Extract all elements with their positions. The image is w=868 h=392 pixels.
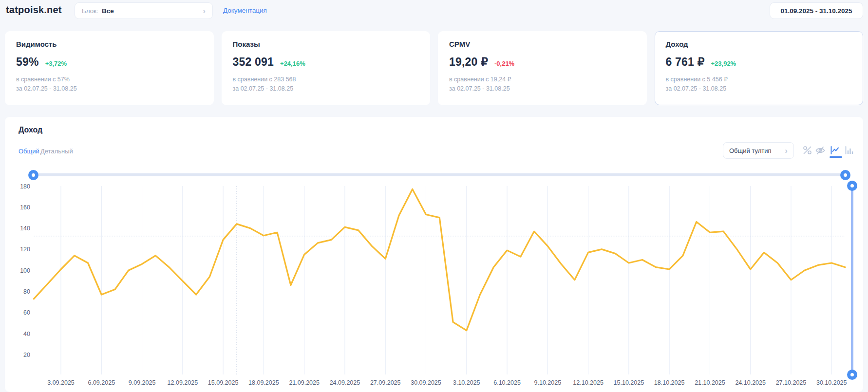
block-selector-label: Блок:: [82, 7, 98, 15]
stat-card-revenue[interactable]: Доход 6 761 ₽ +23,92% в сравнении с 5 45…: [655, 31, 864, 105]
card-title: Доход: [666, 40, 852, 48]
card-delta-badge: +3,72%: [45, 60, 67, 67]
percent-icon[interactable]: [803, 146, 812, 157]
y-range-slider-handle-top[interactable]: [847, 181, 857, 191]
block-selector[interactable]: Блок: Все ›: [75, 2, 213, 19]
card-compare-text: в сравнении с 5 456 ₽: [666, 75, 852, 84]
card-title: Показы: [233, 40, 419, 48]
card-period-text: за 02.07.25 - 31.08.25: [449, 84, 636, 93]
x-range-slider-track[interactable]: [33, 173, 845, 176]
chevron-right-icon: ›: [203, 7, 206, 15]
stat-cards-row: Видимость 59% +3,72% в сравнении с 57% з…: [5, 31, 863, 105]
eye-off-icon[interactable]: [815, 146, 825, 157]
y-range-slider-track[interactable]: [851, 186, 853, 374]
chart-title: Доход: [19, 126, 42, 134]
card-value: 6 761 ₽: [666, 56, 705, 69]
date-range-value: 01.09.2025 - 31.10.2025: [780, 7, 852, 15]
card-value: 59%: [16, 56, 39, 69]
stat-card-cpmv[interactable]: CPMV 19,20 ₽ -0,21% в сравнении с 19,24 …: [438, 31, 647, 105]
date-range-picker[interactable]: 01.09.2025 - 31.10.2025: [770, 2, 863, 19]
tooltip-mode-value: Общий тултип: [729, 147, 785, 154]
card-delta-badge: -0,21%: [494, 60, 514, 67]
documentation-link[interactable]: Документация: [223, 7, 267, 14]
tab-general[interactable]: Общий: [19, 148, 39, 155]
stat-card-visibility[interactable]: Видимость 59% +3,72% в сравнении с 57% з…: [5, 31, 214, 105]
card-delta-badge: +23,92%: [711, 60, 736, 67]
card-title: CPMV: [449, 40, 636, 48]
card-compare-text: в сравнении с 19,24 ₽: [449, 75, 636, 84]
bar-chart-icon[interactable]: [845, 146, 854, 157]
card-compare-text: в сравнении с 283 568: [233, 75, 419, 84]
card-period-text: за 02.07.25 - 31.08.25: [233, 84, 419, 93]
card-delta-badge: +24,16%: [280, 60, 305, 67]
y-range-slider-handle-bottom[interactable]: [847, 370, 857, 380]
site-logo: tatpoisk.net: [6, 4, 62, 16]
card-period-text: за 02.07.25 - 31.08.25: [16, 84, 203, 93]
x-range-slider-handle-left[interactable]: [28, 170, 38, 180]
card-title: Видимость: [16, 40, 203, 48]
tab-detailed[interactable]: Детальный: [40, 148, 73, 155]
stat-card-impressions[interactable]: Показы 352 091 +24,16% в сравнении с 283…: [222, 31, 431, 105]
card-compare-text: в сравнении с 57%: [16, 75, 203, 84]
tooltip-mode-selector[interactable]: Общий тултип ›: [723, 142, 794, 159]
active-icon-indicator: [830, 156, 842, 158]
block-selector-value: Все: [102, 7, 203, 15]
chevron-right-icon: ›: [785, 147, 788, 155]
card-period-text: за 02.07.25 - 31.08.25: [666, 84, 852, 93]
line-chart-icon[interactable]: [830, 146, 840, 157]
card-value: 19,20 ₽: [449, 56, 488, 69]
card-value: 352 091: [233, 56, 274, 69]
x-range-slider-handle-right[interactable]: [840, 170, 850, 180]
